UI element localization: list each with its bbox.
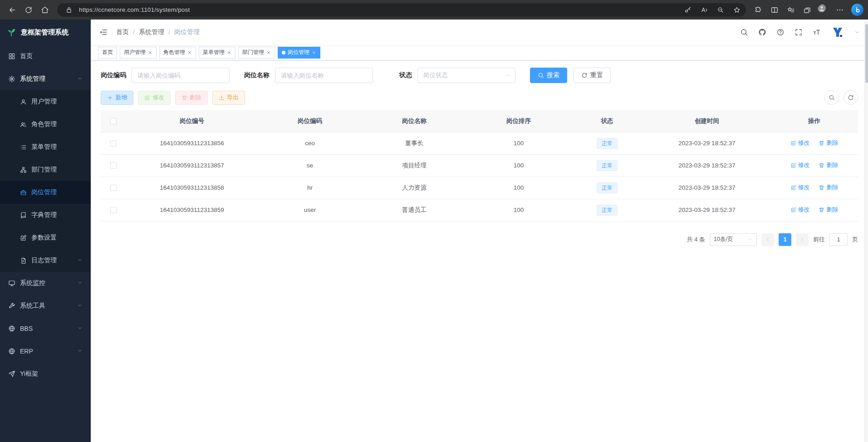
site-info-lock-icon[interactable] <box>63 4 75 16</box>
sidebar-item-yi-framework[interactable]: Yi框架 <box>0 363 91 385</box>
tab-post-mgmt[interactable]: 岗位管理 <box>278 47 320 59</box>
profile-avatar[interactable] <box>816 2 831 18</box>
reset-button[interactable]: 重置 <box>574 68 611 83</box>
post-name-input[interactable] <box>275 68 373 83</box>
search-icon <box>538 72 544 79</box>
search-button[interactable]: 搜索 <box>530 68 567 83</box>
sidebar-item-tools[interactable]: 系统工具 <box>0 295 91 317</box>
sidebar-item-post-mgmt[interactable]: 岗位管理 <box>0 181 91 204</box>
sidebar-item-user-mgmt[interactable]: 用户管理 <box>0 90 91 113</box>
refresh-table-icon[interactable] <box>843 90 858 105</box>
status-select-placeholder: 岗位状态 <box>423 71 448 79</box>
post-name-label: 岗位名称 <box>244 71 270 79</box>
sidebar-item-param-settings[interactable]: 参数设置 <box>0 226 91 249</box>
sidebar-item-dict-mgmt[interactable]: 字典管理 <box>0 204 91 226</box>
split-screen-icon[interactable] <box>767 2 782 18</box>
user-icon <box>20 98 27 105</box>
scrollbar-thumb[interactable] <box>865 24 868 83</box>
status-badge: 正常 <box>597 205 618 216</box>
row-delete-link[interactable]: 删除 <box>819 183 838 192</box>
page-number-1[interactable]: 1 <box>779 233 791 246</box>
favorites-icon[interactable] <box>783 2 799 18</box>
browser-refresh-icon[interactable] <box>21 2 36 18</box>
close-icon[interactable] <box>187 50 192 55</box>
next-page-button[interactable] <box>796 233 809 246</box>
edit-button-label: 修改 <box>152 93 164 102</box>
cell-post-code: ceo <box>258 132 362 154</box>
sidebar-item-label: 用户管理 <box>31 98 57 106</box>
browser-back-icon[interactable] <box>5 2 20 18</box>
tab-user-mgmt[interactable]: 用户管理 <box>120 47 157 59</box>
fullscreen-icon[interactable] <box>794 28 803 36</box>
row-checkbox[interactable] <box>110 207 117 213</box>
close-icon[interactable] <box>266 50 271 55</box>
status-select[interactable]: 岗位状态 <box>417 68 515 83</box>
sidebar-item-log-mgmt[interactable]: 日志管理 <box>0 249 91 272</box>
row-checkbox[interactable] <box>110 185 117 191</box>
download-icon <box>219 95 225 101</box>
row-edit-link[interactable]: 修改 <box>790 139 810 147</box>
edit-button[interactable]: 修改 <box>138 91 171 105</box>
sidebar-item-erp[interactable]: ERP <box>0 340 91 363</box>
sidebar-item-home[interactable]: 首页 <box>0 45 91 68</box>
row-delete-link[interactable]: 删除 <box>819 206 838 214</box>
row-edit-link[interactable]: 修改 <box>790 183 810 192</box>
user-avatar-logo[interactable] <box>831 25 844 39</box>
url-text[interactable]: https://ccnetcore.com:1101/system/post <box>79 6 678 13</box>
font-size-icon[interactable] <box>813 28 821 36</box>
delete-button[interactable]: 删除 <box>175 91 208 105</box>
export-button[interactable]: 导出 <box>212 91 245 105</box>
tab-dept-mgmt[interactable]: 部门管理 <box>238 47 275 59</box>
read-aloud-icon[interactable] <box>698 4 711 16</box>
tab-home[interactable]: 首页 <box>98 47 117 59</box>
sidebar-item-menu-mgmt[interactable]: 菜单管理 <box>0 136 91 158</box>
sidebar-item-monitor[interactable]: 系统监控 <box>0 272 91 295</box>
page-size-select[interactable]: 10条/页 <box>710 233 757 246</box>
tab-role-mgmt[interactable]: 角色管理 <box>159 47 196 59</box>
goto-page-input[interactable] <box>829 233 848 246</box>
add-button[interactable]: 新增 <box>101 91 133 105</box>
active-dot <box>282 51 285 54</box>
sidebar-item-bbs[interactable]: BBS <box>0 317 91 340</box>
row-delete-link[interactable]: 删除 <box>819 161 838 169</box>
password-key-icon[interactable] <box>682 4 694 16</box>
page-scrollbar[interactable] <box>864 20 868 442</box>
settings-more-icon[interactable] <box>832 2 848 18</box>
header-search-icon[interactable] <box>740 28 748 36</box>
collections-icon[interactable] <box>799 2 815 18</box>
address-bar[interactable]: https://ccnetcore.com:1101/system/post <box>57 3 746 17</box>
row-edit-link[interactable]: 修改 <box>790 161 810 169</box>
close-icon[interactable] <box>227 50 231 55</box>
help-question-icon[interactable] <box>776 28 785 36</box>
toggle-search-icon[interactable] <box>824 90 839 105</box>
extensions-icon[interactable] <box>750 2 766 18</box>
bing-copilot-icon[interactable] <box>851 4 863 16</box>
sidebar-item-dept-mgmt[interactable]: 部门管理 <box>0 158 91 181</box>
tab-menu-mgmt[interactable]: 菜单管理 <box>199 47 235 59</box>
select-all-checkbox[interactable] <box>110 118 117 124</box>
browser-home-icon[interactable] <box>37 2 53 18</box>
zoom-out-icon[interactable] <box>714 4 727 16</box>
close-icon[interactable] <box>312 50 316 55</box>
sidebar-collapse-icon[interactable] <box>99 28 108 37</box>
app-logo[interactable]: 意框架管理系统 <box>0 20 91 45</box>
row-delete-link[interactable]: 删除 <box>819 139 838 147</box>
row-edit-link[interactable]: 修改 <box>790 206 810 214</box>
breadcrumb-home[interactable]: 首页 <box>116 28 129 36</box>
github-icon[interactable] <box>758 28 766 36</box>
sidebar-item-role-mgmt[interactable]: 角色管理 <box>0 113 91 136</box>
chevron-down-icon[interactable] <box>854 29 860 35</box>
breadcrumb-system[interactable]: 系统管理 <box>139 28 164 36</box>
add-favorite-star-icon[interactable] <box>731 4 743 16</box>
row-checkbox[interactable] <box>110 162 117 169</box>
cell-post-name: 董事长 <box>362 132 466 154</box>
chevron-up-icon <box>77 75 83 83</box>
prev-page-button[interactable] <box>761 233 774 246</box>
tab-label: 角色管理 <box>163 49 185 56</box>
sidebar-item-system[interactable]: 系统管理 <box>0 68 91 90</box>
post-code-input[interactable] <box>132 68 230 83</box>
row-checkbox[interactable] <box>110 140 117 147</box>
status-badge: 正常 <box>597 138 618 149</box>
close-icon[interactable] <box>148 50 152 55</box>
chevron-down-icon <box>505 73 511 78</box>
